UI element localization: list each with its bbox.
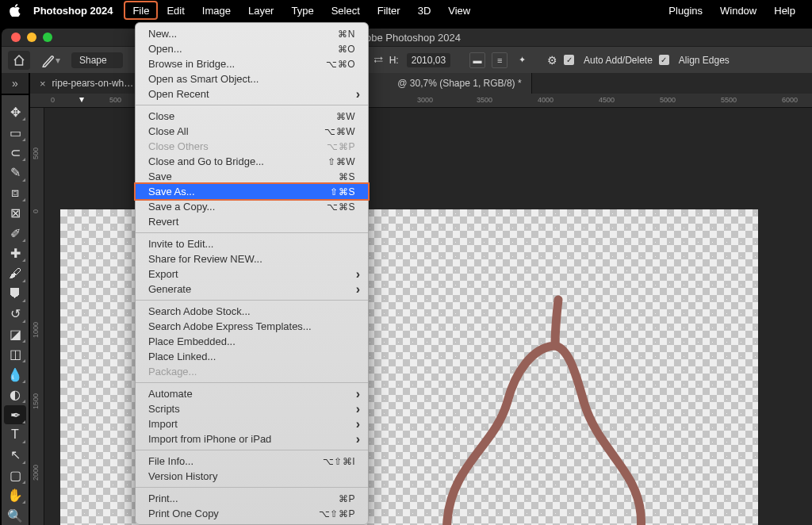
h-value-field[interactable]: 2010,03 <box>407 53 450 67</box>
app-name[interactable]: Photoshop 2024 <box>22 5 124 17</box>
pen-tool[interactable]: ✒ <box>4 405 26 423</box>
menuitem-browse-bridge[interactable]: Browse in Bridge...⌥⌘O <box>136 56 368 71</box>
file-menu-dropdown: New...⌘N Open...⌘O Browse in Bridge...⌥⌘… <box>135 22 369 525</box>
menuitem-save[interactable]: Save⌘S <box>136 169 368 184</box>
healing-tool[interactable]: ✚ <box>4 244 26 262</box>
eraser-tool[interactable]: ◪ <box>4 325 26 343</box>
menuitem-version-history[interactable]: Version History <box>136 469 368 484</box>
menu-type[interactable]: Type <box>282 0 322 21</box>
menu-plugins[interactable]: Plugins <box>660 0 711 21</box>
menu-view[interactable]: View <box>439 0 479 21</box>
ruler-tick: 0 <box>51 96 55 104</box>
eyedropper-tool[interactable]: ✐ <box>4 224 26 243</box>
path-op-button-2[interactable]: ≡ <box>492 52 508 68</box>
close-tab-icon[interactable]: × <box>40 78 46 90</box>
ruler-tick: 4000 <box>538 96 553 104</box>
lasso-tool[interactable]: ⊂ <box>4 144 26 162</box>
menu-image[interactable]: Image <box>193 0 239 21</box>
quick-select-tool[interactable]: ✎ <box>4 163 26 182</box>
chain-icon[interactable]: ⮂ <box>373 55 383 66</box>
type-tool[interactable]: T <box>4 426 26 444</box>
history-brush-tool[interactable]: ↺ <box>4 305 26 323</box>
ruler-tick: 5500 <box>721 96 737 104</box>
menu-3d[interactable]: 3D <box>409 0 440 21</box>
ruler-tick: 1500 <box>32 393 40 409</box>
menuitem-search-stock[interactable]: Search Adobe Stock... <box>136 304 368 319</box>
menu-edit[interactable]: Edit <box>158 0 193 21</box>
h-label: H: <box>389 55 399 66</box>
move-tool[interactable]: ✥ <box>4 103 26 121</box>
current-tool-icon[interactable]: ▾ <box>36 51 65 70</box>
apple-menu-icon[interactable] <box>8 4 22 17</box>
vertical-ruler[interactable]: 500 0 1000 1500 2000 <box>30 108 44 525</box>
window-zoom-button[interactable] <box>43 33 52 42</box>
menuitem-open-smart-object[interactable]: Open as Smart Object... <box>136 71 368 86</box>
menuitem-open[interactable]: Open...⌘O <box>136 41 368 56</box>
menuitem-place-linked[interactable]: Place Linked... <box>136 349 368 364</box>
menuitem-file-info[interactable]: File Info...⌥⇧⌘I <box>136 454 368 469</box>
ruler-tick: 6000 <box>782 96 798 104</box>
home-button[interactable] <box>8 51 30 70</box>
blur-tool[interactable]: 💧 <box>4 365 26 383</box>
dodge-tool[interactable]: ◐ <box>4 385 26 404</box>
menu-help[interactable]: Help <box>765 0 804 21</box>
menuitem-automate[interactable]: Automate <box>136 386 368 401</box>
menuitem-import[interactable]: Import <box>136 416 368 431</box>
menuitem-close-go-bridge[interactable]: Close and Go to Bridge...⇧⌘W <box>136 154 368 169</box>
menuitem-print-one[interactable]: Print One Copy⌥⇧⌘P <box>136 506 368 521</box>
menuitem-package: Package... <box>136 364 368 379</box>
ruler-tick: 1000 <box>32 322 40 338</box>
menuitem-generate[interactable]: Generate <box>136 282 368 297</box>
align-edges-label: Align Edges <box>679 55 730 66</box>
shape-tool[interactable]: ▢ <box>4 466 26 485</box>
zoom-tool[interactable]: 🔍 <box>4 506 26 524</box>
menu-file[interactable]: File <box>124 1 158 20</box>
window-close-button[interactable] <box>11 33 21 42</box>
menuitem-scripts[interactable]: Scripts <box>136 401 368 416</box>
hand-tool[interactable]: ✋ <box>4 486 26 504</box>
align-edges-checkbox[interactable]: ✓ <box>659 55 669 65</box>
tools-panel: ✥ ▭ ⊂ ✎ ⧈ ⊠ ✐ ✚ 🖌 ⛊ ↺ ◪ ◫ 💧 ◐ ✒ T ↖ ▢ ✋ … <box>2 95 29 525</box>
menu-window[interactable]: Window <box>711 0 765 21</box>
menuitem-save-as[interactable]: Save As...⇧⌘S <box>136 184 368 199</box>
stamp-tool[interactable]: ⛊ <box>4 285 26 303</box>
tool-mode-label: Shape <box>79 55 107 66</box>
ruler-tick: 500 <box>32 148 40 159</box>
macos-menubar: Photoshop 2024 File Edit Image Layer Typ… <box>0 0 812 21</box>
menuitem-invite-edit[interactable]: Invite to Edit... <box>136 236 368 251</box>
path-op-button-1[interactable]: ▬ <box>469 52 485 68</box>
panel-collapse-button[interactable]: » <box>2 73 29 94</box>
menuitem-print[interactable]: Print...⌘P <box>136 491 368 506</box>
gradient-tool[interactable]: ◫ <box>4 345 26 363</box>
menu-filter[interactable]: Filter <box>369 0 409 21</box>
menuitem-search-express[interactable]: Search Adobe Express Templates... <box>136 319 368 334</box>
menuitem-export[interactable]: Export <box>136 266 368 282</box>
menuitem-new[interactable]: New...⌘N <box>136 26 368 41</box>
menuitem-import-ios[interactable]: Import from iPhone or iPad <box>136 431 368 446</box>
path-op-button-3[interactable]: ✦ <box>514 52 530 68</box>
traffic-lights <box>2 33 52 42</box>
ruler-tick: 500 <box>109 96 121 104</box>
document-tab-1[interactable]: × ripe-pears-on-wh… <box>30 73 144 94</box>
tool-settings-icon[interactable]: ⚙ <box>547 54 557 67</box>
path-select-tool[interactable]: ↖ <box>4 446 26 464</box>
menuitem-place-embedded[interactable]: Place Embedded... <box>136 334 368 349</box>
marquee-tool[interactable]: ▭ <box>4 123 26 141</box>
menuitem-revert[interactable]: Revert <box>136 214 368 229</box>
menu-select[interactable]: Select <box>323 0 369 21</box>
menuitem-save-copy[interactable]: Save a Copy...⌥⌘S <box>136 199 368 214</box>
menuitem-share-review[interactable]: Share for Review NEW... <box>136 251 368 266</box>
menu-layer[interactable]: Layer <box>239 0 283 21</box>
menuitem-open-recent[interactable]: Open Recent <box>136 86 368 102</box>
brush-tool[interactable]: 🖌 <box>4 264 26 282</box>
ruler-tick: 4500 <box>599 96 615 104</box>
menuitem-close-all[interactable]: Close All⌥⌘W <box>136 124 368 139</box>
menuitem-close[interactable]: Close⌘W <box>136 109 368 124</box>
tool-mode-picker[interactable]: Shape <box>71 52 123 68</box>
frame-tool[interactable]: ⊠ <box>4 204 26 222</box>
window-minimize-button[interactable] <box>27 33 36 42</box>
window-titlebar: Adobe Photoshop 2024 <box>2 29 812 46</box>
auto-add-delete-checkbox[interactable]: ✓ <box>564 55 574 65</box>
ruler-tick: 0 <box>32 209 40 213</box>
crop-tool[interactable]: ⧈ <box>4 184 26 202</box>
